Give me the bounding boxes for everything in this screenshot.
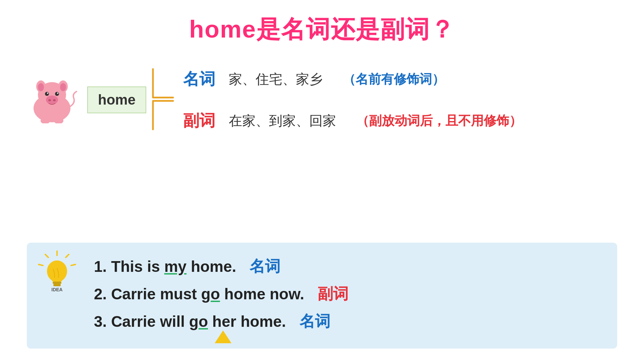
lightbulb-icon: IDEA [37, 249, 80, 293]
noun-meanings: 家、住宅、家乡 [229, 70, 323, 88]
example-1-underline: my [164, 258, 186, 275]
svg-point-7 [55, 92, 59, 96]
example-3-underline: go [189, 313, 208, 330]
svg-point-8 [47, 93, 48, 94]
example-3-tag: 名词 [300, 311, 330, 332]
svg-rect-21 [52, 279, 62, 282]
noun-note: （名前有修饰词） [343, 71, 445, 88]
svg-point-10 [46, 96, 58, 104]
adv-note: （副放动词后，且不用修饰） [356, 112, 522, 129]
example-2-tag: 副词 [318, 284, 348, 304]
triangle-pointer [215, 330, 231, 345]
svg-line-16 [66, 254, 69, 257]
svg-line-19 [39, 264, 43, 265]
bracket-svg [150, 66, 176, 134]
svg-rect-23 [53, 284, 61, 286]
page-title: home是名词还是副词？ [0, 0, 644, 46]
svg-rect-22 [53, 282, 61, 284]
svg-point-9 [57, 93, 58, 94]
example-row-3: 3. Carrie will go her home. 名词 [94, 311, 597, 332]
svg-point-11 [48, 99, 51, 101]
svg-line-18 [45, 254, 48, 257]
example-list: 1. This is my home. 名词 2. Carrie must go… [94, 256, 597, 332]
example-1-text: 1. This is my home. [94, 257, 236, 276]
example-2-underline: go [201, 285, 220, 303]
noun-type-label: 名词 [183, 68, 215, 90]
svg-point-4 [38, 83, 44, 91]
svg-marker-25 [215, 330, 231, 343]
svg-point-6 [45, 92, 49, 96]
example-1-tag: 名词 [250, 256, 280, 277]
noun-definition-row: 名词 家、住宅、家乡 （名前有修饰词） [183, 68, 522, 90]
svg-point-5 [60, 83, 66, 91]
definitions-container: 名词 家、住宅、家乡 （名前有修饰词） 副词 在家、到家、回家 （副放动词后，且… [183, 68, 522, 131]
adv-type-label: 副词 [183, 110, 215, 131]
svg-line-17 [71, 264, 75, 265]
svg-text:IDEA: IDEA [51, 287, 62, 292]
top-section: home 名词 家、住宅、家乡 （名前有修饰词） 副词 在家、到家、回家 （副放… [27, 66, 644, 134]
example-row-2: 2. Carrie must go home now. 副词 [94, 284, 597, 304]
home-label: home [87, 86, 146, 113]
example-2-text: 2. Carrie must go home now. [94, 285, 304, 303]
adv-definition-row: 副词 在家、到家、回家 （副放动词后，且不用修饰） [183, 110, 522, 131]
example-3-text: 3. Carrie will go her home. [94, 312, 286, 330]
adv-meanings: 在家、到家、回家 [229, 112, 336, 130]
svg-point-20 [47, 260, 67, 282]
svg-point-12 [53, 99, 56, 101]
example-row-1: 1. This is my home. 名词 [94, 256, 597, 277]
pig-illustration [27, 73, 80, 127]
examples-section: IDEA 1. This is my home. 名词 2. Carrie mu… [27, 243, 617, 349]
